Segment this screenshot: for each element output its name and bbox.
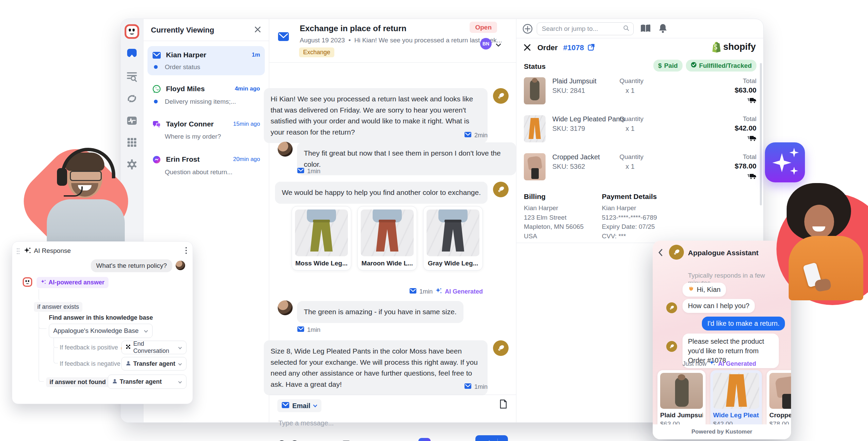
message-bubble-outbound: We would be happy to help you find anoth… <box>275 182 488 204</box>
product-card[interactable]: Gray Wide Leg... <box>423 206 483 270</box>
conversation-item[interactable]: Taylor Conner 15min ago Where is my orde… <box>147 115 265 144</box>
ai-sparkle-badge <box>765 142 805 182</box>
kb-select[interactable]: Appalogue's Knowledge Base <box>49 324 153 338</box>
message-meta: 1min <box>297 326 320 334</box>
back-chevron-icon[interactable] <box>658 249 663 258</box>
product-card[interactable]: Moss Wide Leg... <box>292 206 351 270</box>
item-name: Wide Leg Pleated Pants <box>552 115 625 123</box>
add-icon[interactable] <box>522 24 533 35</box>
qty-label: Quantity <box>619 77 644 85</box>
shipping-truck-icon[interactable] <box>748 173 756 181</box>
flow-connector <box>54 338 58 348</box>
widget-footer: Powered by Kustomer <box>653 424 791 439</box>
carousel-card-selected[interactable]: Wide Leg Pleat... $42.00 <box>710 370 762 430</box>
agent-person-icon <box>112 378 117 385</box>
search-input[interactable] <box>541 25 614 33</box>
kustomer-logo <box>22 277 33 288</box>
shipping-truck-icon[interactable] <box>748 135 756 143</box>
product-card[interactable]: Maroon Wide L... <box>357 206 417 270</box>
payment-title: Payment Details <box>602 193 657 201</box>
unread-dot <box>154 65 158 69</box>
check-circle-icon <box>691 62 697 69</box>
conversation-item[interactable]: Floyd Miles 4min ago Delivery missing it… <box>147 80 265 109</box>
carousel-card[interactable]: Cropped Jacket... $78.00 <box>767 370 791 430</box>
agent-avatar <box>493 88 509 104</box>
notfound-action-select[interactable]: Transfer agent <box>108 375 186 389</box>
conversation-time: 15min ago <box>233 121 260 127</box>
ai-generated-label: AI Generated <box>718 360 756 367</box>
conversation-title: Exchange in place of return <box>300 24 407 33</box>
order-number-link[interactable]: #1078 <box>563 43 584 52</box>
conversation-item[interactable]: Kian Harper 1m Order status <box>147 46 265 75</box>
wave-hand-icon <box>688 286 694 294</box>
product-image-maroon <box>361 209 414 256</box>
conversation-time: 4min ago <box>235 85 260 92</box>
item-thumbnail <box>524 115 546 142</box>
shipping-truck-icon[interactable] <box>748 97 756 105</box>
reports-icon[interactable] <box>126 115 138 126</box>
conversation-name: Erin Frost <box>166 155 199 163</box>
chevron-down-icon <box>144 327 148 335</box>
close-icon[interactable] <box>523 43 531 53</box>
chevron-down-icon <box>178 344 182 351</box>
scrollbar[interactable] <box>760 63 762 205</box>
product-card-row: Moss Wide Leg... Maroon Wide L... Gray W… <box>292 206 483 270</box>
conversation-preview: Question about return... <box>165 168 260 176</box>
chevron-down-icon <box>178 378 182 385</box>
chat-channel-icon <box>152 120 161 130</box>
assistant-avatar <box>669 245 684 260</box>
qty-value: x 1 <box>626 125 635 133</box>
conversation-name: Taylor Conner <box>166 120 214 128</box>
assistant-avatar <box>666 302 677 313</box>
search-list-icon[interactable] <box>126 71 138 82</box>
woman-shirt <box>789 236 863 300</box>
ai-assist-button[interactable] <box>418 438 431 441</box>
routing-icon[interactable] <box>126 93 138 104</box>
total-value: $42.00 <box>735 124 756 132</box>
item-name: Plaid Jumpsuit <box>552 77 596 85</box>
status-badge-open[interactable]: Open <box>470 22 497 33</box>
divider <box>516 38 763 38</box>
close-icon[interactable] <box>253 25 262 34</box>
decor-man-photo <box>20 136 142 258</box>
message-input[interactable] <box>278 419 482 427</box>
chevron-down-icon[interactable] <box>496 42 501 48</box>
carousel-card[interactable]: Plaid Jumpsuit... $63.00 <box>657 370 706 430</box>
kustomer-logo[interactable] <box>124 24 140 39</box>
user-avatar <box>176 261 185 270</box>
send-button[interactable] <box>475 435 508 441</box>
finish-flag-icon <box>126 344 131 351</box>
drag-handle-icon[interactable] <box>16 248 20 256</box>
email-icon <box>297 167 304 175</box>
bot-greeting-bubble: Hi, Kian <box>683 283 726 297</box>
email-icon <box>409 288 417 296</box>
email-icon <box>464 132 472 139</box>
total-value: $78.00 <box>735 162 756 170</box>
whatsapp-channel-icon <box>152 85 161 95</box>
assignee-avatar[interactable]: BN <box>480 38 492 49</box>
kebab-menu-icon[interactable] <box>185 246 187 256</box>
qty-label: Quantity <box>619 153 644 161</box>
search-icon <box>623 25 629 33</box>
notifications-bell-icon[interactable] <box>658 23 668 35</box>
message-bubble-outbound: Size 8, Wide Leg Pleated Pants in the co… <box>264 340 488 395</box>
external-link-icon[interactable] <box>588 43 595 52</box>
notes-template-icon[interactable] <box>499 399 507 410</box>
email-icon <box>297 326 304 334</box>
carousel-image-jumpsuit <box>660 373 703 409</box>
conversation-time: 1m <box>252 52 260 58</box>
conversation-item[interactable]: Erin Frost 20min ago Question about retu… <box>147 151 265 180</box>
item-sku: SKU: 5362 <box>552 163 585 171</box>
inbox-icon[interactable] <box>126 47 138 58</box>
knowledge-book-icon[interactable] <box>640 24 651 35</box>
assistant-avatar <box>666 341 677 352</box>
channel-selector[interactable]: Email <box>277 399 321 412</box>
product-carousel: Plaid Jumpsuit... $63.00 Wide Leg Pleat.… <box>657 370 791 430</box>
negative-action-select[interactable]: Transfer agent <box>121 357 186 370</box>
tag-exchange[interactable]: Exchange <box>299 47 334 57</box>
search-bar[interactable] <box>537 22 634 35</box>
flow-connector <box>54 347 58 363</box>
arrow-right: → <box>98 378 104 385</box>
email-icon <box>464 383 472 391</box>
positive-action-select[interactable]: End Conversation <box>121 341 186 354</box>
